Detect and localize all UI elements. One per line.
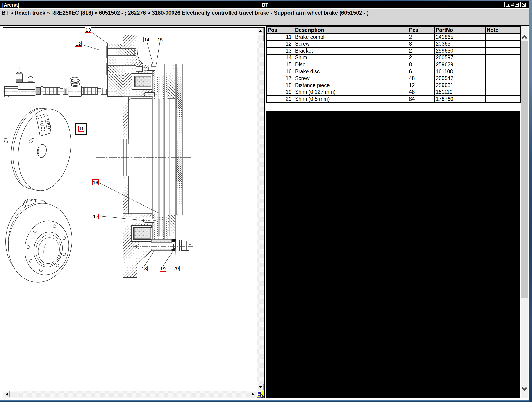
svg-text:12: 12: [76, 41, 81, 46]
svg-text:15: 15: [158, 37, 163, 42]
svg-text:11: 11: [79, 126, 84, 131]
svg-text:18: 18: [142, 266, 147, 271]
svg-text:19: 19: [160, 266, 165, 271]
svg-text:16: 16: [93, 180, 98, 185]
svg-text:14: 14: [144, 37, 150, 42]
svg-text:17: 17: [93, 214, 98, 219]
svg-text:13: 13: [86, 27, 91, 32]
svg-text:20: 20: [173, 266, 179, 271]
